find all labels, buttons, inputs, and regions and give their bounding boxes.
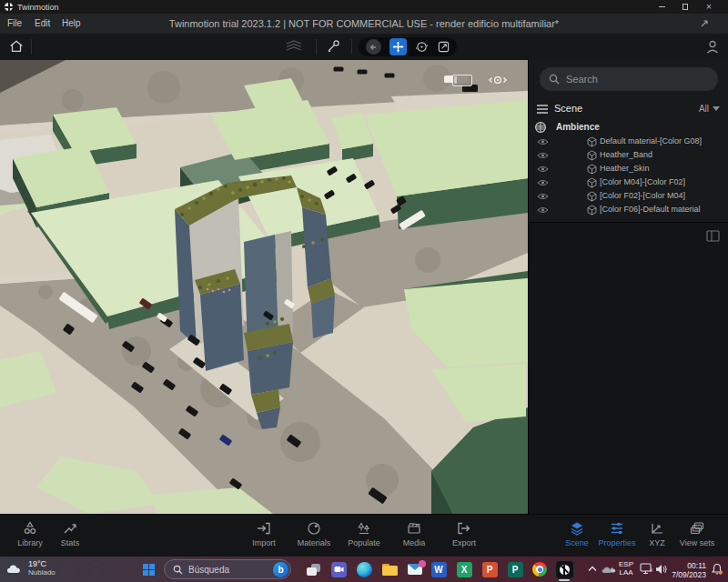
dock-populate[interactable]: Populate <box>339 520 389 547</box>
twinmotion-icon <box>556 561 573 578</box>
back-button[interactable] <box>366 39 381 55</box>
bottom-dock: Library Stats Import Materials Populate … <box>0 514 728 557</box>
user-account-icon[interactable] <box>705 39 720 55</box>
file-explorer-button[interactable] <box>379 559 400 579</box>
language-indicator[interactable]: ESP LAA <box>619 560 633 577</box>
powerpoint-button[interactable]: P <box>479 559 500 579</box>
word-button[interactable]: W <box>428 559 450 579</box>
populate-icon <box>356 520 372 537</box>
toolbar <box>0 34 728 60</box>
layers-flat-icon[interactable] <box>285 39 303 54</box>
volume-tray-icon[interactable] <box>655 564 668 575</box>
viewport-3d[interactable] <box>0 60 528 514</box>
orbit-tool-button[interactable] <box>415 40 429 54</box>
mail-icon <box>408 564 422 575</box>
properties-sliders-icon <box>609 520 625 537</box>
fullscreen-toggle-icon[interactable] <box>699 18 710 29</box>
task-view-icon <box>307 564 320 576</box>
tree-item-label: [Color F02]-[Color M04] <box>600 191 685 200</box>
close-button[interactable]: × <box>697 0 721 14</box>
scene-panel: Scene All Ambience Default material-[Col… <box>528 60 728 514</box>
onedrive-tray-icon[interactable] <box>601 564 617 575</box>
search-input[interactable] <box>566 74 709 85</box>
taskbar-search[interactable]: b <box>164 559 291 579</box>
twinmotion-taskbar-button[interactable] <box>553 559 575 579</box>
dock-media[interactable]: Media <box>389 520 440 547</box>
hamburger-icon[interactable] <box>536 104 549 115</box>
notification-bell-icon[interactable] <box>711 563 723 576</box>
folder-icon <box>382 564 398 576</box>
minimize-button[interactable] <box>650 0 673 14</box>
dock-label: Stats <box>45 538 96 547</box>
tree-item-material[interactable]: Default material-[Color G08] <box>529 135 728 148</box>
visibility-eye-icon[interactable] <box>537 206 549 215</box>
visibility-eye-icon[interactable] <box>537 178 549 187</box>
dock-label: View sets <box>672 538 723 547</box>
media-icon <box>406 520 422 537</box>
tree-item-material[interactable]: [Color M04]-[Color F02] <box>529 176 728 189</box>
teams-chat-button[interactable] <box>328 559 349 579</box>
window-titlebar: Twinmotion × <box>0 0 728 14</box>
export-icon <box>456 520 472 537</box>
move-tool-button[interactable] <box>389 38 407 55</box>
dock-view-sets[interactable]: View sets <box>672 520 723 547</box>
word-icon: W <box>431 562 447 577</box>
taskbar-clock[interactable]: 00:11 7/09/2023 <box>670 561 706 579</box>
ambience-globe-icon <box>534 121 547 134</box>
excel-button[interactable]: X <box>453 559 475 579</box>
material-cube-icon <box>587 205 597 216</box>
viewport-eye-nav-icon[interactable] <box>488 74 508 86</box>
tray-expand-caret[interactable] <box>588 566 597 572</box>
weather-widget[interactable]: 19°C Nublado <box>6 560 56 577</box>
dock-materials[interactable]: Materials <box>288 520 339 547</box>
start-button[interactable] <box>138 559 158 579</box>
scene-layers-icon <box>569 520 585 537</box>
tree-item-label: Default material-[Color G08] <box>600 136 702 146</box>
bing-icon[interactable]: b <box>273 562 288 577</box>
chrome-button[interactable] <box>529 559 551 579</box>
task-view-button[interactable] <box>302 559 324 579</box>
search-icon <box>173 565 183 575</box>
split-panel-icon[interactable] <box>706 230 720 242</box>
tree-item-material[interactable]: Heather_Skin <box>529 162 728 176</box>
windows-logo-icon <box>143 564 155 576</box>
home-button[interactable] <box>8 38 25 55</box>
clock-time: 00:11 <box>670 561 706 570</box>
dock-label: Materials <box>288 538 339 547</box>
fullscreen-viewport-button[interactable] <box>437 40 450 54</box>
path-tracer-icon[interactable] <box>325 38 341 55</box>
tree-item-label: Heather_Skin <box>600 164 650 173</box>
screen: { "window": { "app_title": "Twinmotion",… <box>0 0 728 582</box>
tree-item-ambience[interactable]: Ambience <box>529 120 728 135</box>
language-top: ESP <box>619 560 633 568</box>
dock-label: Media <box>389 538 440 547</box>
dock-import[interactable]: Import <box>238 520 289 547</box>
mail-button[interactable] <box>404 559 426 579</box>
visibility-eye-icon[interactable] <box>537 165 549 174</box>
viewport-3d-render <box>0 60 528 514</box>
scene-header: Scene All <box>529 100 728 118</box>
document-title: Twinmotion trial 2023.1.2 | NOT FOR COMM… <box>0 18 728 29</box>
scene-filter-dropdown[interactable]: All <box>699 104 720 114</box>
maximize-button[interactable] <box>673 0 697 14</box>
edge-button[interactable] <box>353 559 375 579</box>
visibility-eye-icon[interactable] <box>537 137 549 146</box>
edge-icon <box>357 562 372 577</box>
visibility-eye-icon[interactable] <box>537 151 549 160</box>
taskbar-search-input[interactable] <box>188 565 268 575</box>
tree-item-material[interactable]: Heather_Band <box>529 148 728 162</box>
tree-item-material[interactable]: [Color F02]-[Color M04] <box>529 189 728 203</box>
network-tray-icon[interactable] <box>640 563 653 575</box>
powerpoint-icon: P <box>482 562 498 577</box>
dock-stats[interactable]: Stats <box>45 520 96 547</box>
cloud-icon <box>6 562 24 575</box>
scene-search[interactable] <box>540 67 718 91</box>
chat-icon <box>331 562 347 577</box>
tree-item-label: [Color F06]-Default material <box>600 205 701 214</box>
viewport-thumbnail-icon[interactable] <box>452 75 472 86</box>
visibility-eye-icon[interactable] <box>537 192 549 201</box>
publisher-button[interactable]: P <box>504 559 526 579</box>
search-icon <box>549 74 560 85</box>
tree-item-material[interactable]: [Color F06]-Default material <box>529 203 728 216</box>
dock-export[interactable]: Export <box>439 520 490 547</box>
